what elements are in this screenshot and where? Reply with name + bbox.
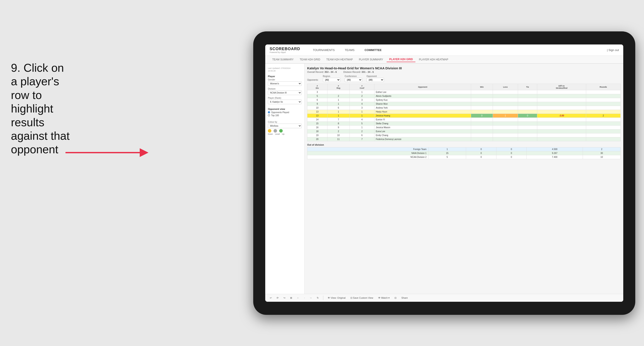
toolbar-undo[interactable]: ↩ — [268, 296, 273, 300]
toolbar-dot[interactable]: · — [303, 296, 306, 300]
nav-teams[interactable]: TEAMS — [343, 47, 356, 52]
logo-area: SCOREBOARD Powered by clippd — [270, 47, 300, 53]
table-cell: 1 — [327, 98, 350, 102]
table-cell: 2 — [327, 94, 350, 98]
nav-signout[interactable]: | Sign out — [607, 48, 619, 52]
sub-nav-player-h2h-heatmap[interactable]: PLAYER H2H HEATMAP — [416, 57, 451, 62]
toolbar-left[interactable]: ← — [296, 296, 300, 300]
toolbar-save-custom[interactable]: ⊡ Save Custom View — [349, 296, 374, 300]
colour-select[interactable]: Win/loss — [268, 124, 302, 128]
table-cell — [493, 94, 518, 98]
region-filter-label: Region — [323, 75, 340, 77]
table-cell: Alexis Sudjianto — [374, 94, 471, 98]
tablet-screen: SCOREBOARD Powered by clippd TOURNAMENTS… — [265, 44, 623, 302]
conference-filter-select[interactable]: (All) — [345, 78, 362, 82]
table-cell: 5 — [307, 94, 328, 98]
main-content: Last Updated: 27/03/2024 16:55:28 Player… — [265, 64, 623, 294]
toolbar-grid[interactable]: ⊞ — [289, 296, 294, 300]
table-row[interactable]: 1474Eunice Yi — [307, 118, 621, 121]
table-cell: 2 — [327, 129, 350, 133]
table-header-row: #Div #Reg #Conf Opponent Win Loss Tie Di… — [307, 84, 621, 90]
overall-record-label: Overall Record: 353 - 34 - 6 — [307, 71, 337, 73]
out-table-row[interactable]: Foreign Team1004.5002 — [307, 147, 621, 151]
table-row[interactable]: 31Esther Lee — [307, 90, 621, 94]
radio-opponents-played[interactable]: Opponents Played — [268, 111, 302, 114]
toolbar-redo[interactable]: ⟳ — [275, 296, 280, 300]
nav-tournaments[interactable]: TOURNAMENTS — [311, 47, 336, 52]
table-cell: Esther Lee — [374, 90, 471, 94]
out-table-cell: 10 — [583, 155, 621, 159]
table-row[interactable]: 1822Euna Lee — [307, 129, 621, 133]
table-cell: Stella Chang — [374, 121, 471, 125]
table-cell: 1 — [327, 110, 350, 114]
table-cell: Jessica Huang — [374, 114, 471, 118]
toolbar-refresh[interactable]: ↻ — [316, 296, 320, 300]
grid-records: Overall Record: 353 - 34 - 6 Division Re… — [307, 71, 621, 73]
out-table-row[interactable]: NAIA Division 115009.26730 — [307, 151, 621, 155]
table-row[interactable]: 1311Jessica Huang010-3.002 — [307, 114, 621, 118]
region-filter-select[interactable]: (All) — [323, 78, 340, 82]
col-header-reg: #Reg — [327, 84, 350, 90]
sub-nav-player-h2h-grid[interactable]: PLAYER H2H GRID — [386, 57, 416, 62]
sub-nav-player-summary[interactable]: PLAYER SUMMARY — [356, 57, 386, 62]
page-wrapper: 9. Click on a player's row to highlight … — [0, 0, 644, 346]
gender-select[interactable]: Women's — [268, 81, 302, 86]
table-cell — [537, 94, 586, 98]
nav-committee[interactable]: COMMITTEE — [363, 47, 383, 52]
table-cell — [518, 133, 537, 137]
filter-opponent: Opponent (All) — [366, 75, 384, 82]
toolbar-sep1 — [323, 296, 323, 300]
out-table-cell: 0 — [496, 151, 526, 155]
table-row[interactable]: 1585Stella Chang — [307, 121, 621, 125]
table-row[interactable]: 914Sharon Mun — [307, 102, 621, 106]
opponent-filter-select[interactable]: (All) — [366, 78, 384, 82]
toolbar-layout[interactable]: ⊡ — [393, 296, 398, 300]
table-cell: 3 — [307, 90, 328, 94]
table-row[interactable]: 522Alexis Sudjianto — [307, 94, 621, 98]
table-cell — [537, 90, 586, 94]
table-row[interactable]: 1311Haeju Hyun — [307, 110, 621, 114]
logo-text: SCOREBOARD — [270, 47, 300, 51]
radio-top100[interactable]: Top 100 — [268, 114, 302, 117]
table-cell — [471, 133, 493, 137]
table-cell — [586, 121, 621, 125]
nav-bar: SCOREBOARD Powered by clippd TOURNAMENTS… — [265, 44, 623, 56]
out-table-row[interactable]: NCAA Division 25007.40010 — [307, 155, 621, 159]
toolbar-right[interactable]: → — [308, 296, 313, 300]
table-cell: Haeju Hyun — [374, 110, 471, 114]
grid-header: Katelyn Vo Head-to-Head Grid for Women's… — [307, 66, 621, 73]
table-cell: 1 — [327, 102, 350, 106]
table-cell: 0 — [518, 114, 537, 118]
table-row[interactable]: 20117Federica Domecq Lacroze — [307, 137, 621, 141]
player-rank-select[interactable]: 8. Katelyn Vo — [268, 100, 302, 104]
colour-dots — [268, 129, 302, 133]
sub-nav-team-h2h-heatmap[interactable]: TEAM H2H HEATMAP — [324, 57, 356, 62]
table-cell: 1 — [493, 114, 518, 118]
table-cell — [518, 137, 537, 141]
table-cell: Eunice Yi — [374, 118, 471, 121]
table-row[interactable]: 19106Emily Chang — [307, 133, 621, 137]
sub-nav-team-h2h-grid[interactable]: TEAM H2H GRID — [297, 57, 323, 62]
division-select[interactable]: NCAA Division III — [268, 90, 302, 95]
table-row[interactable]: 1063Andrea York — [307, 106, 621, 110]
filter-conference: Conference (All) — [345, 75, 362, 82]
sub-nav: TEAM SUMMARY TEAM H2H GRID TEAM H2H HEAT… — [265, 56, 623, 64]
colour-label-down: Down — [268, 133, 273, 135]
colour-by-label: Colour by — [268, 121, 302, 123]
table-cell: 7 — [350, 137, 374, 141]
toolbar-share[interactable]: Share — [400, 296, 409, 300]
bottom-toolbar: ↩ ⟳ ↪ ⊞ ← · → ↻ 👁 View: Original ⊡ Save … — [265, 294, 623, 302]
out-table-cell: 15 — [428, 151, 466, 155]
toolbar-view-original[interactable]: 👁 View: Original — [326, 296, 347, 300]
table-cell — [493, 110, 518, 114]
table-cell: Emily Chang — [374, 133, 471, 137]
toolbar-watch[interactable]: 👁 Watch ▾ — [377, 296, 391, 300]
table-row[interactable]: 1691Jessica Mason — [307, 125, 621, 129]
table-row[interactable]: 613Sydney Kuo — [307, 98, 621, 102]
table-cell — [537, 133, 586, 137]
table-cell — [586, 110, 621, 114]
toolbar-forward[interactable]: ↪ — [282, 296, 287, 300]
table-cell: Sharon Mun — [374, 102, 471, 106]
radio-label-top100: Top 100 — [271, 114, 279, 117]
sub-nav-team-summary[interactable]: TEAM SUMMARY — [270, 57, 296, 62]
